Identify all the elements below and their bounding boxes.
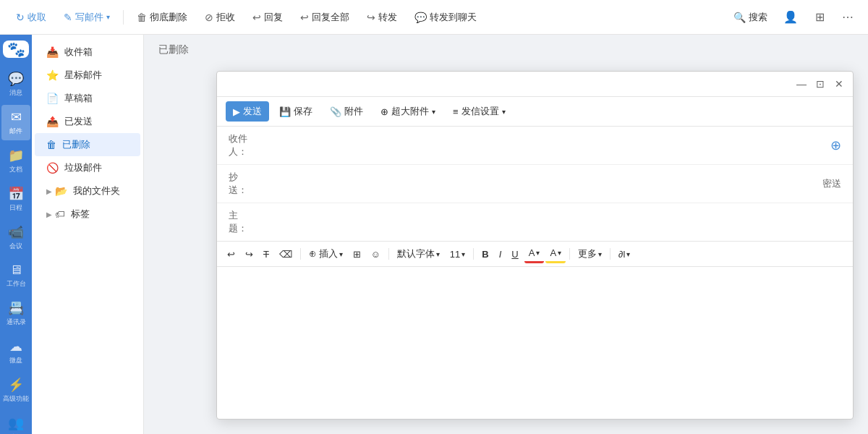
send-settings-button[interactable]: ≡ 发信设置 ▾	[446, 101, 513, 122]
font-size-button[interactable]: 11 ▾	[446, 246, 469, 263]
search-icon: 🔍	[733, 12, 746, 23]
super-attach-icon: ⊕	[380, 106, 388, 117]
send-icon: ▶	[233, 106, 240, 117]
nav-item-drafts[interactable]: 📄 草稿箱	[35, 87, 140, 110]
nav-item-deleted[interactable]: 🗑 已删除	[35, 133, 140, 156]
add-recipient-button[interactable]: ⊕	[830, 137, 841, 153]
attach-icon: 📎	[330, 106, 341, 117]
receive-button[interactable]: ↻ 收取	[9, 7, 54, 28]
sidebar-item-calendar[interactable]: 📅 日程	[1, 182, 30, 217]
nav-item-inbox[interactable]: 📥 收件箱	[35, 41, 140, 64]
sidebar-item-mail[interactable]: ✉ 邮件	[1, 105, 30, 140]
search-button[interactable]: 🔍 搜索	[726, 7, 775, 28]
compose-modal: — ⊡ ✕ ▶ 发送 💾 保存 📎 附件 ⊕	[216, 71, 854, 420]
cc-field-input[interactable]	[265, 179, 822, 190]
sidebar-item-contacts[interactable]: 📇 通讯录	[1, 296, 30, 331]
emoji-button[interactable]: ☺	[367, 246, 385, 263]
compose-body[interactable]	[217, 267, 853, 419]
sidebar-item-workspace[interactable]: 🖥 工作台	[1, 258, 30, 293]
forward-chat-button[interactable]: 💬 转发到聊天	[407, 7, 484, 28]
underline-button[interactable]: U	[507, 246, 522, 263]
mail-icon: ✉	[11, 109, 22, 125]
subject-field-input[interactable]	[265, 217, 841, 228]
delete-button[interactable]: 🗑 彻底删除	[129, 7, 195, 28]
drafts-icon: 📄	[46, 93, 59, 104]
save-button[interactable]: 💾 保存	[272, 101, 320, 122]
sidebar-item-meeting[interactable]: 📹 会议	[1, 220, 30, 255]
nav-item-spam[interactable]: 🚫 垃圾邮件	[35, 156, 140, 179]
compose-icon: ✎	[64, 12, 72, 23]
send-settings-icon: ≡	[453, 106, 459, 117]
table-button[interactable]: ⊞	[349, 246, 365, 263]
tags-icon: 🏷	[55, 208, 65, 220]
file-icon: 📁	[8, 148, 24, 163]
sidebar-item-advanced[interactable]: ⚡ 高级功能	[1, 373, 30, 408]
disk-icon: ☁	[9, 339, 22, 354]
save-icon: 💾	[279, 106, 291, 117]
minimize-button[interactable]: —	[793, 76, 809, 92]
sent-icon: 📤	[46, 116, 59, 127]
inbox-icon: 📥	[46, 46, 59, 58]
close-button[interactable]: ✕	[831, 76, 847, 92]
compose-button[interactable]: ✎ 写邮件 ▾	[56, 7, 117, 28]
bold-button[interactable]: B	[477, 246, 493, 263]
italic-button[interactable]: I	[495, 246, 506, 263]
sidebar-item-disk[interactable]: ☁ 微盘	[1, 334, 30, 370]
subject-field-label: 主 题：	[229, 209, 265, 235]
reply-all-icon: ↩	[300, 12, 309, 23]
more-button[interactable]: ⋯	[836, 7, 859, 27]
bcc-button[interactable]: 密送	[822, 177, 841, 190]
signature-button[interactable]: ∂l ▾	[614, 246, 634, 263]
reject-button[interactable]: ⊘ 拒收	[197, 7, 242, 28]
reply-all-button[interactable]: ↩ 回复全部	[293, 7, 357, 28]
attach-button[interactable]: 📎 附件	[323, 101, 370, 122]
sidebar-item-message[interactable]: 💬 消息	[1, 67, 30, 102]
clear-format-button[interactable]: T	[259, 246, 273, 263]
compose-titlebar: — ⊡ ✕	[217, 72, 853, 97]
send-button[interactable]: ▶ 发送	[226, 101, 269, 122]
nav-item-my-folders[interactable]: ▶ 📂 我的文件夹	[35, 179, 140, 203]
insert-button[interactable]: ⊕ 插入 ▾	[305, 244, 347, 263]
more-format-button[interactable]: 更多 ▾	[574, 244, 606, 263]
forward-button[interactable]: ↪ 转发	[359, 7, 404, 28]
cc-field-label: 抄 送：	[229, 171, 265, 197]
nav-item-starred[interactable]: ⭐ 星标邮件	[35, 64, 140, 87]
editor-divider-3	[473, 248, 474, 260]
to-field-label: 收件人：	[229, 132, 265, 158]
to-field-input[interactable]	[265, 140, 830, 151]
editor-divider-2	[388, 248, 389, 260]
content-area: 已删除 暂无邮件 — ⊡ ✕ ▶ 发送 💾 保存	[144, 35, 868, 434]
to-field-row: 收件人： ⊕	[217, 127, 853, 165]
toolbar-right: 👤 ⊞ ⋯	[778, 7, 859, 27]
editor-toolbar: ↩ ↪ T ⌫ ⊕ 插入 ▾ ⊞ ☺ 默认字体 ▾ 11 ▾ B I U A ▾…	[217, 242, 853, 267]
left-sidebar: 🐾 💬 消息 ✉ 邮件 📁 文档 📅 日程 📹 会议 🖥 工作台 📇 通讯录	[0, 35, 32, 434]
compose-toolbar: ▶ 发送 💾 保存 📎 附件 ⊕ 超大附件 ▾ ≡	[217, 97, 853, 127]
forward-chat-icon: 💬	[414, 12, 427, 23]
compose-fields: 收件人： ⊕ 抄 送： 密送 主 题：	[217, 127, 853, 242]
reject-icon: ⊘	[205, 12, 213, 23]
eraser-button[interactable]: ⌫	[275, 246, 297, 263]
sidebar-item-group[interactable]: 👥 分组	[1, 411, 30, 434]
font-button[interactable]: 默认字体 ▾	[393, 244, 444, 263]
toolbar-divider-1	[123, 10, 124, 25]
layout-button[interactable]: ⊞	[809, 7, 830, 27]
meeting-icon: 📹	[8, 224, 24, 240]
maximize-button[interactable]: ⊡	[812, 76, 828, 92]
editor-divider-4	[569, 248, 570, 260]
subject-field-row: 主 题：	[217, 203, 853, 241]
highlight-button[interactable]: A ▾	[545, 244, 566, 263]
profile-button[interactable]: 👤	[778, 7, 804, 27]
undo-button[interactable]: ↩	[223, 246, 239, 263]
font-color-button[interactable]: A ▾	[524, 244, 545, 263]
editor-divider-5	[610, 248, 610, 260]
reply-button[interactable]: ↩ 回复	[245, 7, 290, 28]
redo-button[interactable]: ↪	[241, 246, 258, 263]
sidebar-item-file[interactable]: 📁 文档	[1, 143, 30, 179]
nav-item-sent[interactable]: 📤 已发送	[35, 110, 140, 133]
super-attach-button[interactable]: ⊕ 超大附件 ▾	[373, 101, 443, 122]
main-content: 🐾 💬 消息 ✉ 邮件 📁 文档 📅 日程 📹 会议 🖥 工作台 📇 通讯录	[0, 35, 868, 434]
spam-icon: 🚫	[46, 162, 59, 174]
nav-item-tags[interactable]: ▶ 🏷 标签	[35, 203, 140, 226]
expand-icon: ▶	[46, 187, 52, 195]
advanced-icon: ⚡	[8, 377, 24, 393]
